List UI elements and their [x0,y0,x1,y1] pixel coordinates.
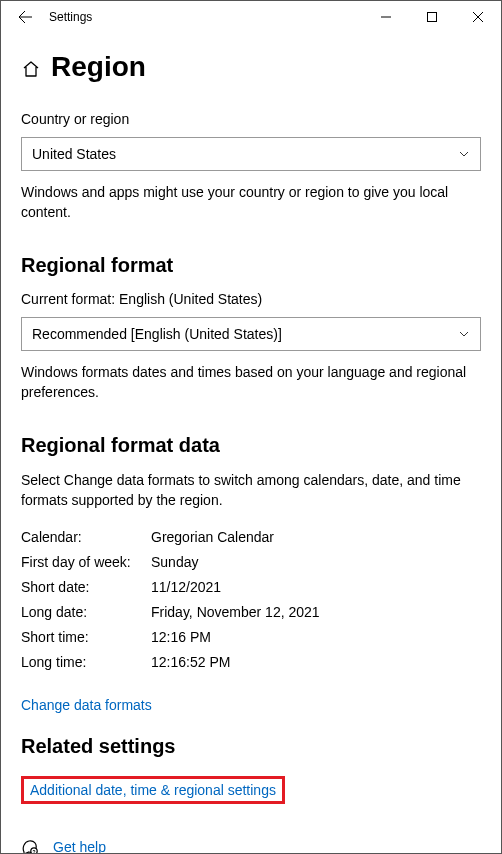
current-format-label: Current format: English (United States) [21,291,481,307]
regional-format-value: Recommended [English (United States)] [32,326,282,342]
maximize-icon [427,12,437,22]
chevron-down-icon [458,328,470,340]
close-button[interactable] [455,1,501,33]
window-title: Settings [49,10,92,24]
firstday-value: Sunday [151,554,198,570]
titlebar: Settings [1,1,501,33]
format-data-desc: Select Change data formats to switch amo… [21,471,481,510]
longtime-value: 12:16:52 PM [151,654,230,670]
calendar-value: Gregorian Calendar [151,529,274,545]
longdate-value: Friday, November 12, 2021 [151,604,320,620]
related-settings-title: Related settings [21,735,481,758]
svg-rect-1 [428,13,437,22]
content-area: Region Country or region United States W… [1,33,501,853]
country-desc: Windows and apps might use your country … [21,183,481,222]
additional-settings-link[interactable]: Additional date, time & regional setting… [30,782,276,798]
table-row: Calendar:Gregorian Calendar [21,529,481,545]
regional-format-title: Regional format [21,254,481,277]
regional-format-dropdown[interactable]: Recommended [English (United States)] [21,317,481,351]
shorttime-value: 12:16 PM [151,629,211,645]
country-value: United States [32,146,116,162]
shorttime-key: Short time: [21,629,151,645]
page-title: Region [51,51,146,83]
highlight-annotation: Additional date, time & regional setting… [21,776,285,804]
regional-format-desc: Windows formats dates and times based on… [21,363,481,402]
table-row: Long time:12:16:52 PM [21,654,481,670]
calendar-key: Calendar: [21,529,151,545]
page-header: Region [21,51,481,83]
firstday-key: First day of week: [21,554,151,570]
table-row: Long date:Friday, November 12, 2021 [21,604,481,620]
change-data-formats-link[interactable]: Change data formats [21,697,152,713]
table-row: Short date:11/12/2021 [21,579,481,595]
maximize-button[interactable] [409,1,455,33]
home-icon [21,59,41,79]
country-dropdown[interactable]: United States [21,137,481,171]
country-label: Country or region [21,111,481,127]
shortdate-key: Short date: [21,579,151,595]
settings-window: Settings Region Country or region United… [0,0,502,854]
arrow-left-icon [17,9,33,25]
minimize-button[interactable] [363,1,409,33]
get-help-row: ? Get help [21,838,481,853]
minimize-icon [381,12,391,22]
help-icon: ? [21,838,39,853]
format-data-title: Regional format data [21,434,481,457]
close-icon [473,12,483,22]
format-data-table: Calendar:Gregorian Calendar First day of… [21,529,481,670]
svg-text:?: ? [32,848,35,853]
back-button[interactable] [5,1,45,33]
get-help-link[interactable]: Get help [53,839,106,853]
longtime-key: Long time: [21,654,151,670]
table-row: Short time:12:16 PM [21,629,481,645]
shortdate-value: 11/12/2021 [151,579,221,595]
table-row: First day of week:Sunday [21,554,481,570]
window-controls [363,1,501,33]
chevron-down-icon [458,148,470,160]
longdate-key: Long date: [21,604,151,620]
